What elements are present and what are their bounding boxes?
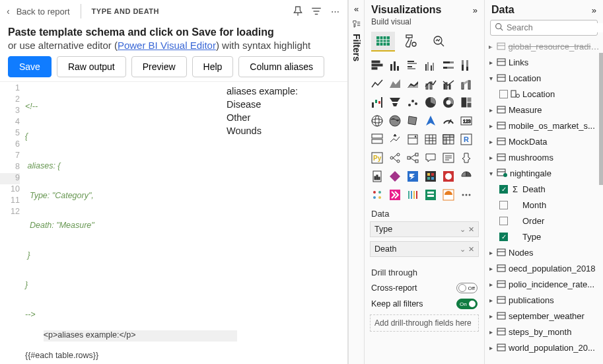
table-row[interactable]: ▸global_resource_tradin... [487,38,600,54]
more-icon[interactable]: ⋯ [329,5,341,17]
viz-stacked-area[interactable] [406,77,420,91]
viz-key-influencers[interactable] [388,151,402,165]
field-row[interactable]: ✓Type [487,229,600,244]
preview-button[interactable]: Preview [131,56,187,77]
viz-multi-row-card[interactable] [370,132,384,147]
collapse-viz-icon[interactable]: » [473,5,478,15]
expand-icon[interactable]: « [354,4,359,14]
viz-table[interactable] [423,132,438,147]
viz-smart-narrative[interactable] [441,151,456,165]
table-row[interactable]: ▸Measure [487,102,600,118]
table-row[interactable]: ▸world_population_20... [487,340,600,355]
viz-donut[interactable] [441,95,456,110]
viz-decomposition[interactable] [406,151,420,165]
collapse-data-icon[interactable]: » [592,5,596,15]
table-row[interactable]: ▸september_weather [487,308,600,324]
viz-more-ellipsis[interactable] [459,188,474,202]
table-row[interactable]: ▸Nodes [487,244,600,260]
table-row[interactable]: ▾nightingale [487,165,600,181]
visual-editor-link[interactable]: Power BI Visual Editor [118,40,216,51]
checkbox[interactable]: ✓ [499,185,508,194]
column-aliases-button[interactable]: Column aliases [238,56,324,77]
checkbox[interactable] [499,90,508,98]
viz-azure-map[interactable] [423,114,438,128]
raw-output-button[interactable]: Raw output [57,56,126,77]
help-button[interactable]: Help [192,56,234,77]
viz-paginated[interactable] [370,169,384,184]
checkbox[interactable]: ✓ [499,233,508,241]
viz-100-stacked-bar[interactable] [441,58,456,73]
viz-ribbon[interactable] [459,77,474,91]
field-well-death[interactable]: Death ⌄ ✕ [370,241,479,257]
viz-custom8[interactable] [441,188,456,202]
table-row[interactable]: ▸Links [487,54,600,70]
viz-card[interactable]: 123 [459,114,474,128]
checkbox[interactable] [499,217,508,225]
field-well-type[interactable]: Type ⌄ ✕ [370,221,479,237]
viz-custom3[interactable] [459,169,474,184]
viz-shape-map[interactable] [406,114,420,128]
viz-gauge[interactable] [441,114,456,128]
code-editor[interactable]: 123456789101112 <!-- { aliases: { Type: … [0,82,221,339]
filter-icon[interactable] [310,5,322,17]
viz-treemap[interactable] [459,95,474,110]
table-row[interactable]: ▸oecd_population_2018 [487,260,600,276]
viz-custom7[interactable] [423,188,438,202]
table-row[interactable]: ▸mobile_os_market_s... [487,118,600,133]
table-row[interactable]: ▾Location [487,70,600,86]
keep-filters-toggle[interactable]: On [456,299,478,309]
chevron-down-icon[interactable]: ⌄ [460,225,466,234]
code-content[interactable]: <!-- { aliases: { Type: "Category", Deat… [24,82,221,339]
viz-slicer[interactable] [406,132,420,147]
remove-field-icon[interactable]: ✕ [468,245,474,254]
viz-scatter[interactable] [406,95,420,110]
field-row[interactable]: ✓ΣDeath [487,181,600,197]
viz-pie[interactable] [423,95,438,110]
build-tab-fields[interactable] [371,32,395,52]
viz-automate[interactable] [406,169,420,184]
viz-custom5[interactable] [388,188,402,202]
back-chevron-icon[interactable]: ‹ [7,6,10,17]
viz-area[interactable] [388,77,402,91]
table-row[interactable]: ▸MockData [487,133,600,149]
viz-filled-map[interactable] [388,114,402,128]
pin-icon[interactable] [292,5,304,17]
drill-fields-placeholder[interactable]: Add drill-through fields here [370,314,479,332]
checkbox[interactable] [499,201,508,209]
viz-clustered-column[interactable] [423,58,438,73]
viz-map[interactable] [370,114,384,128]
viz-100-stacked-column[interactable] [459,58,474,73]
search-box[interactable] [490,20,598,36]
filters-pane-collapsed[interactable]: « Filters [348,0,364,364]
cross-report-toggle[interactable]: Off [456,283,478,293]
field-row[interactable]: Order [487,213,600,229]
viz-line-clustered-column[interactable] [441,77,456,91]
viz-powerapps[interactable] [388,169,402,184]
viz-python[interactable]: Py [370,151,384,165]
viz-qa[interactable] [423,151,438,165]
build-tab-analytics[interactable] [427,32,450,52]
viz-line[interactable] [370,77,384,91]
scrollbar-thumb[interactable] [599,53,603,185]
viz-funnel[interactable] [388,95,402,110]
back-to-report[interactable]: Back to report [17,7,70,17]
viz-custom2[interactable] [441,169,456,184]
save-button[interactable]: Save [8,56,52,77]
build-tab-format[interactable] [399,32,423,52]
viz-stacked-column[interactable] [388,58,402,73]
viz-goals[interactable] [459,151,474,165]
search-input[interactable] [507,23,603,32]
viz-r[interactable]: R [459,132,474,147]
viz-custom4[interactable] [370,188,384,202]
viz-line-stacked-column[interactable] [423,77,438,91]
table-row[interactable]: ▸mushrooms [487,149,600,165]
remove-field-icon[interactable]: ✕ [468,225,474,234]
table-row[interactable]: ▸publications [487,292,600,308]
viz-custom1[interactable] [423,169,438,184]
viz-matrix[interactable] [441,132,456,147]
viz-clustered-bar[interactable] [406,58,420,73]
table-row[interactable]: ▸polio_incidence_rate... [487,276,600,292]
viz-waterfall[interactable] [370,95,384,110]
viz-stacked-bar[interactable] [370,58,384,73]
viz-kpi[interactable] [388,132,402,147]
